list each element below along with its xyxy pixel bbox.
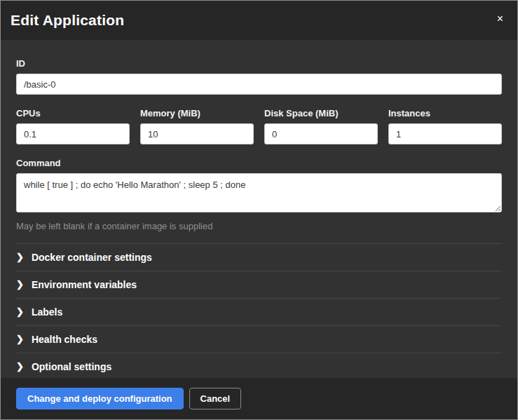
- command-label: Command: [16, 158, 502, 168]
- command-help-text: May be left blank if a container image i…: [16, 221, 502, 231]
- edit-application-modal: Edit Application × ID CPUs Memory (MiB) …: [0, 0, 518, 420]
- section-label: Environment variables: [32, 279, 137, 290]
- command-textarea[interactable]: while [ true ] ; do echo 'Hello Marathon…: [16, 173, 502, 212]
- section-labels[interactable]: ❯ Labels: [16, 298, 502, 325]
- close-icon[interactable]: ×: [494, 12, 506, 26]
- resources-row: CPUs Memory (MiB) Disk Space (MiB) Insta…: [16, 108, 502, 144]
- change-and-deploy-button[interactable]: Change and deploy configuration: [16, 388, 184, 409]
- chevron-right-icon: ❯: [16, 362, 24, 371]
- disk-space-input[interactable]: [264, 123, 378, 144]
- chevron-right-icon: ❯: [16, 334, 24, 344]
- page-title: Edit Application: [11, 12, 124, 29]
- memory-field: Memory (MiB): [140, 108, 254, 144]
- instances-label: Instances: [388, 108, 502, 118]
- instances-input[interactable]: [388, 123, 502, 144]
- modal-body: ID CPUs Memory (MiB) Disk Space (MiB) In…: [1, 40, 517, 378]
- cpus-label: CPUs: [16, 108, 130, 118]
- id-label: ID: [16, 58, 502, 69]
- memory-input[interactable]: [140, 123, 254, 144]
- section-docker-container-settings[interactable]: ❯ Docker container settings: [16, 243, 502, 271]
- chevron-right-icon: ❯: [16, 252, 24, 262]
- instances-field: Instances: [388, 108, 502, 144]
- section-environment-variables[interactable]: ❯ Environment variables: [16, 271, 502, 298]
- chevron-right-icon: ❯: [16, 280, 24, 289]
- collapsible-sections: ❯ Docker container settings ❯ Environmen…: [16, 243, 502, 378]
- section-label: Optional settings: [32, 361, 111, 372]
- disk-space-field: Disk Space (MiB): [264, 108, 378, 144]
- cpus-field: CPUs: [16, 108, 130, 144]
- section-label: Health checks: [32, 334, 97, 345]
- section-optional-settings[interactable]: ❯ Optional settings: [16, 353, 502, 378]
- cpus-input[interactable]: [16, 123, 130, 144]
- disk-space-label: Disk Space (MiB): [264, 108, 378, 118]
- id-input[interactable]: [16, 74, 502, 95]
- command-field: Command while [ true ] ; do echo 'Hello …: [16, 158, 502, 231]
- section-health-checks[interactable]: ❯ Health checks: [16, 325, 502, 353]
- memory-label: Memory (MiB): [140, 108, 254, 118]
- modal-header: Edit Application ×: [1, 1, 517, 40]
- section-label: Labels: [32, 306, 62, 318]
- cancel-button[interactable]: Cancel: [189, 388, 242, 409]
- chevron-right-icon: ❯: [16, 307, 24, 316]
- modal-footer: Change and deploy configuration Cancel: [1, 378, 517, 419]
- id-field: ID: [16, 58, 502, 95]
- section-label: Docker container settings: [32, 252, 152, 263]
